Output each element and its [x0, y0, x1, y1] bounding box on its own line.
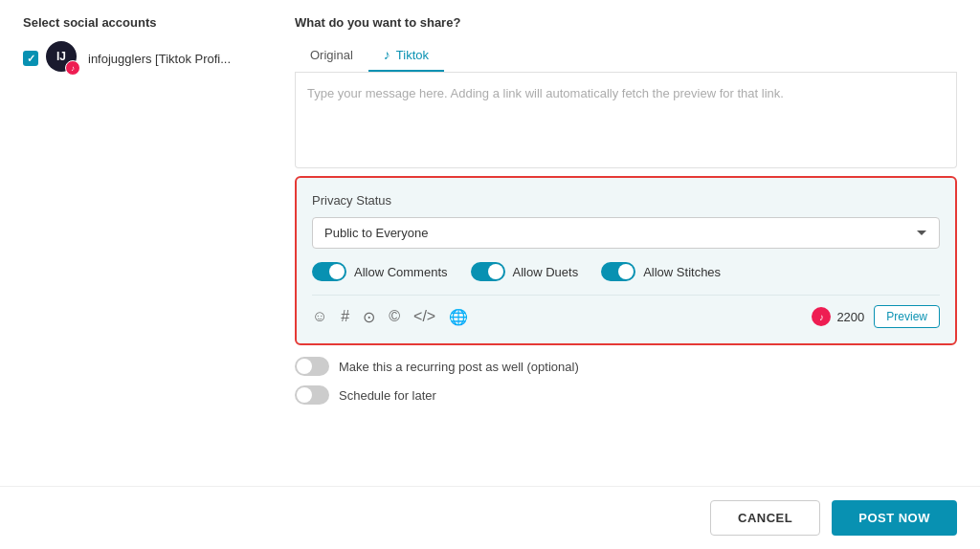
- allow-duets-toggle[interactable]: [471, 262, 505, 281]
- toggles-row: Allow Comments Allow Duets Allow Stitche…: [312, 262, 940, 281]
- mention-icon[interactable]: ⊙: [363, 308, 375, 326]
- tab-original-label: Original: [310, 48, 353, 62]
- avatar: IJ ♪: [46, 41, 80, 76]
- left-panel: Select social accounts IJ ♪ infojugglers…: [23, 15, 272, 534]
- post-now-button[interactable]: POST NOW: [832, 500, 957, 536]
- allow-stitches-toggle[interactable]: [601, 262, 635, 281]
- recurring-row: Make this a recurring post as well (opti…: [295, 357, 957, 376]
- account-checkbox[interactable]: [23, 51, 38, 66]
- tab-original[interactable]: Original: [295, 39, 368, 72]
- cancel-button[interactable]: CANCEL: [710, 500, 820, 536]
- privacy-select[interactable]: Public to Everyone Friends Private: [312, 217, 940, 249]
- tiktok-options-box: Privacy Status Public to Everyone Friend…: [295, 176, 957, 345]
- account-row[interactable]: IJ ♪ infojugglers [Tiktok Profi...: [23, 41, 272, 76]
- toolbar-right: ♪ 2200 Preview: [812, 305, 940, 328]
- right-panel: What do you want to share? Original ♪ Ti…: [295, 15, 957, 534]
- allow-duets-label: Allow Duets: [513, 265, 579, 279]
- toggle-allow-comments[interactable]: Allow Comments: [312, 262, 448, 281]
- tiktok-counter: ♪ 2200: [812, 307, 864, 326]
- message-area[interactable]: Type your message here. Adding a link wi…: [295, 73, 957, 168]
- code-icon[interactable]: </>: [413, 308, 435, 325]
- message-placeholder: Type your message here. Adding a link wi…: [307, 84, 945, 103]
- counter-number: 2200: [836, 310, 864, 324]
- select-accounts-label: Select social accounts: [23, 15, 272, 30]
- tiktok-mini-icon: ♪: [71, 64, 75, 73]
- privacy-label: Privacy Status: [312, 193, 940, 208]
- toggle-allow-stitches[interactable]: Allow Stitches: [601, 262, 721, 281]
- schedule-toggle[interactable]: [295, 385, 329, 405]
- tiktok-logo-icon: ♪: [819, 312, 824, 322]
- share-label: What do you want to share?: [295, 15, 957, 30]
- allow-comments-toggle[interactable]: [312, 262, 346, 281]
- allow-comments-label: Allow Comments: [354, 265, 448, 279]
- schedule-row: Schedule for later: [295, 385, 957, 405]
- footer: CANCEL POST NOW: [0, 486, 980, 549]
- tab-tiktok[interactable]: ♪ Tiktok: [368, 39, 444, 72]
- recurring-toggle[interactable]: [295, 357, 329, 376]
- hashtag-icon[interactable]: #: [341, 308, 349, 325]
- emoji-icon[interactable]: ☺: [312, 308, 327, 325]
- copyright-icon[interactable]: ©: [389, 308, 400, 325]
- toggle-allow-duets[interactable]: Allow Duets: [471, 262, 579, 281]
- tiktok-badge: ♪: [65, 60, 80, 76]
- tiktok-tab-icon: ♪: [384, 47, 390, 62]
- globe-icon[interactable]: 🌐: [449, 308, 468, 326]
- tiktok-logo-small: ♪: [812, 307, 831, 326]
- allow-stitches-label: Allow Stitches: [643, 265, 721, 279]
- options-section: Make this a recurring post as well (opti…: [295, 357, 957, 405]
- toolbar: ☺ # ⊙ © </> 🌐 ♪ 2200 Preview: [312, 295, 940, 328]
- recurring-label: Make this a recurring post as well (opti…: [339, 360, 579, 374]
- preview-button[interactable]: Preview: [874, 305, 940, 328]
- schedule-label: Schedule for later: [339, 388, 436, 403]
- tab-tiktok-label: Tiktok: [396, 48, 429, 62]
- account-name: infojugglers [Tiktok Profi...: [88, 52, 231, 66]
- tabs-container: Original ♪ Tiktok: [295, 39, 957, 73]
